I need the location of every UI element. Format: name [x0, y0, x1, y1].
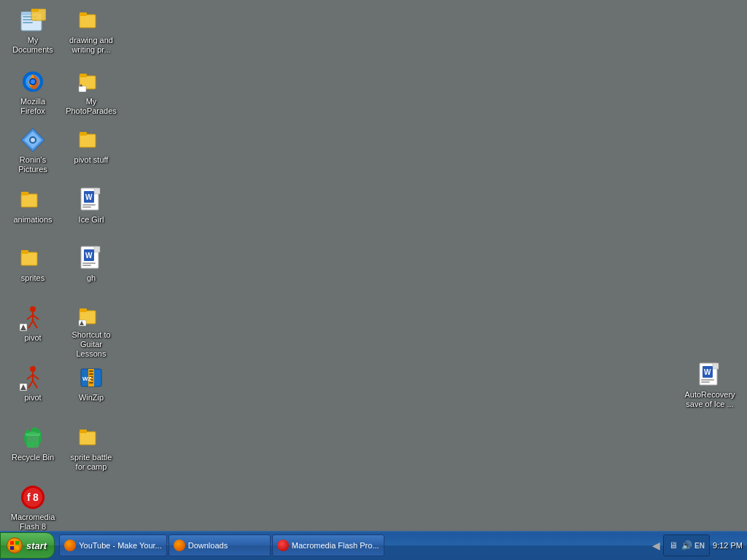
- pivot-stuff-icon: [78, 127, 104, 153]
- svg-rect-46: [80, 308, 87, 312]
- ronins-pictures-icon: [20, 127, 46, 153]
- svg-point-38: [30, 306, 36, 312]
- svg-rect-37: [82, 265, 91, 266]
- svg-rect-25: [94, 188, 100, 194]
- desktop-icon-pivot2[interactable]: pivot: [4, 362, 61, 420]
- gh-label: gh: [87, 273, 96, 283]
- macromedia-flash-label: Macromedia Flash 8: [7, 513, 58, 532]
- svg-text:8: 8: [33, 491, 39, 503]
- desktop-icon-winzip[interactable]: WZ WinZip: [63, 362, 120, 420]
- svg-rect-4: [23, 22, 33, 23]
- svg-rect-30: [21, 252, 37, 265]
- desktop-icon-sprites[interactable]: sprites: [4, 242, 61, 300]
- systray: 🖥 🔊 EN: [663, 534, 710, 556]
- svg-text:WZ: WZ: [82, 376, 92, 382]
- tray-volume-icon: 🔊: [681, 540, 692, 551]
- pivot2-label: pivot: [24, 393, 41, 402]
- pivot-stuff-label: pivot stuff: [74, 155, 109, 165]
- taskbar-flash-icon: [277, 540, 289, 551]
- desktop-icon-animations[interactable]: animations: [4, 184, 61, 242]
- desktop-icon-pivot-stuff[interactable]: pivot stuff: [63, 124, 120, 182]
- svg-rect-68: [80, 429, 87, 433]
- desktop-icon-autorecovery[interactable]: W AutoRecovery save of Ice ...: [681, 359, 738, 417]
- svg-rect-8: [80, 12, 87, 16]
- desktop-icon-my-documents[interactable]: My Documents: [4, 4, 61, 63]
- svg-rect-57: [89, 370, 93, 372]
- taskbar-btn-youtube[interactable]: YouTube - Make Your...: [59, 534, 167, 556]
- svg-point-12: [31, 79, 35, 84]
- svg-rect-14: [80, 74, 87, 77]
- svg-text:f: f: [27, 491, 31, 503]
- svg-rect-80: [10, 541, 14, 545]
- svg-rect-74: [713, 363, 719, 369]
- drawing-writing-label: drawing and writing pr...: [66, 36, 117, 55]
- svg-line-52: [28, 381, 33, 388]
- taskbar-youtube-label: YouTube - Make Your...: [79, 541, 162, 550]
- ice-girl-icon: W: [78, 187, 104, 213]
- desktop-icon-mozilla-firefox[interactable]: Mozilla Firefox: [4, 66, 61, 124]
- svg-rect-21: [80, 132, 87, 136]
- svg-rect-66: [29, 432, 36, 434]
- sprite-battle-label: sprite battle for camp: [66, 453, 117, 472]
- drawing-writing-icon: [78, 7, 104, 34]
- taskbar-firefox-icon-1: [64, 540, 76, 551]
- svg-point-48: [30, 366, 36, 372]
- desktop-icon-gh[interactable]: W gh: [63, 242, 120, 300]
- winzip-icon: WZ: [78, 365, 104, 391]
- svg-rect-28: [82, 204, 96, 206]
- shortcut-guitar-icon: [78, 305, 104, 328]
- svg-text:W: W: [85, 193, 93, 201]
- desktop-icon-ronins-pictures[interactable]: Ronin's Pictures: [4, 124, 61, 182]
- svg-line-43: [33, 321, 37, 328]
- svg-rect-82: [10, 546, 14, 550]
- start-button[interactable]: start: [0, 532, 55, 559]
- svg-text:W: W: [704, 368, 711, 376]
- desktop-icon-my-photoparades[interactable]: My PhotoParades: [63, 66, 120, 124]
- taskbar-firefox-icon-2: [174, 540, 185, 551]
- mozilla-firefox-icon: [20, 69, 46, 95]
- desktop-icon-ice-girl[interactable]: W Ice Girl: [63, 184, 120, 242]
- pivot-label: pivot: [24, 333, 41, 343]
- my-photoparades-icon: [78, 69, 104, 95]
- start-label: start: [26, 540, 47, 551]
- taskbar-btn-macromedia[interactable]: Macromedia Flash Pro...: [272, 534, 384, 556]
- svg-line-40: [27, 315, 33, 319]
- gh-icon: W: [78, 245, 104, 271]
- desktop-icon-pivot[interactable]: pivot: [4, 302, 61, 360]
- desktop-icon-drawing-writing[interactable]: drawing and writing pr...: [63, 4, 120, 63]
- svg-rect-78: [701, 381, 710, 383]
- taskbar-items: YouTube - Make Your... Downloads Macrome…: [58, 534, 648, 556]
- sprites-label: sprites: [21, 273, 44, 283]
- sprite-battle-icon: [78, 424, 104, 451]
- autorecovery-label: AutoRecovery save of Ice ...: [684, 390, 735, 409]
- mozilla-firefox-label: Mozilla Firefox: [7, 97, 58, 116]
- winzip-label: WinZip: [79, 393, 104, 402]
- sprites-icon: [20, 245, 46, 271]
- animations-label: animations: [13, 215, 52, 225]
- svg-rect-20: [80, 134, 96, 147]
- svg-rect-1: [21, 12, 31, 15]
- my-photoparades-label: My PhotoParades: [66, 97, 117, 116]
- ice-girl-label: Ice Girl: [79, 215, 104, 225]
- svg-rect-77: [701, 379, 714, 381]
- desktop-icon-sprite-battle[interactable]: sprite battle for camp: [63, 421, 120, 480]
- tray-lang-icon: EN: [694, 540, 705, 551]
- tray-nav-icon[interactable]: ◀: [652, 540, 660, 551]
- ronins-pictures-label: Ronin's Pictures: [7, 155, 58, 174]
- recycle-bin-label: Recycle Bin: [12, 453, 54, 462]
- svg-rect-15: [79, 86, 86, 92]
- svg-rect-7: [80, 15, 96, 28]
- svg-rect-22: [21, 194, 37, 207]
- desktop-icon-shortcut-guitar[interactable]: Shortcut to Guitar Lessons: [63, 302, 120, 360]
- taskbar-right: ◀ 🖥 🔊 EN 9:12 PM: [648, 531, 747, 560]
- system-clock: 9:12 PM: [713, 541, 743, 550]
- taskbar-btn-downloads[interactable]: Downloads: [169, 534, 271, 556]
- desktop-icon-recycle-bin[interactable]: Recycle Bin: [4, 421, 61, 480]
- autorecovery-icon: W: [697, 362, 723, 388]
- svg-rect-23: [21, 192, 28, 195]
- svg-line-41: [33, 315, 39, 319]
- shortcut-guitar-label: Shortcut to Guitar Lessons: [66, 330, 117, 359]
- svg-rect-81: [15, 541, 19, 545]
- recycle-bin-icon: [20, 424, 46, 451]
- svg-rect-83: [15, 546, 19, 550]
